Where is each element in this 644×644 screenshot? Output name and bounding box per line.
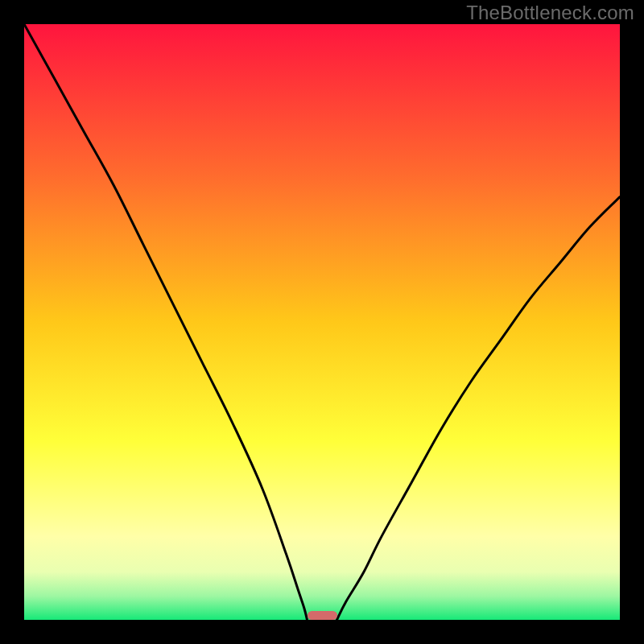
curve-layer — [24, 24, 620, 620]
plot-area — [24, 24, 620, 620]
left-curve — [24, 24, 308, 620]
chart-frame: TheBottleneck.com — [0, 0, 644, 644]
minimum-marker — [308, 611, 337, 620]
watermark-text: TheBottleneck.com — [466, 2, 634, 24]
right-curve — [337, 197, 621, 620]
